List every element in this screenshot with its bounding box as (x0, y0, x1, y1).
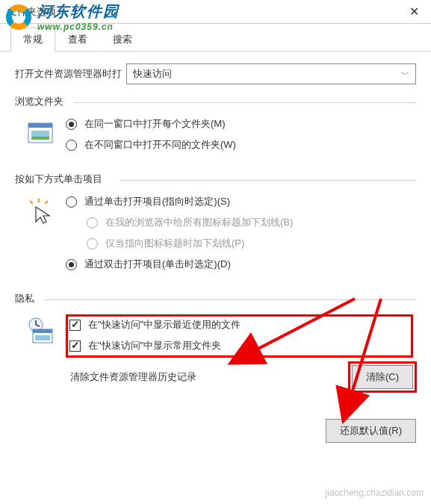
svg-line-4 (30, 201, 33, 204)
restore-defaults-button[interactable]: 还原默认值(R) (326, 419, 416, 443)
group-title: 按如下方式单击项目 (15, 172, 416, 187)
logo-text: 河东软件园 www.pc0359.cn (37, 1, 120, 32)
radio-label: 在同一窗口中打开每个文件夹(M) (84, 117, 226, 131)
checkbox-recent-files[interactable]: 在"快速访问"中显示最近使用的文件 (69, 318, 409, 332)
checkbox-label: 在"快速访问"中显示常用文件夹 (88, 339, 221, 352)
cursor-click-icon (24, 195, 57, 228)
radio-diff-window[interactable]: 在不同窗口中打开不同的文件夹(W) (66, 138, 413, 152)
page-watermark: jiaocheng.chazidian.com (326, 488, 424, 498)
radio-label: 仅当指向图标标题时加下划线(P) (105, 237, 244, 250)
select-value: 快速访问 (133, 67, 172, 81)
browse-folders-group: 浏览文件夹 在同一窗口中打开每个文件夹(M) 在不同窗口中打开不同的文件夹(W) (15, 95, 416, 162)
open-explorer-row: 打开文件资源管理器时打 快速访问 ﹀ (15, 63, 416, 84)
group-title: 隐私 (15, 292, 416, 307)
group-title: 浏览文件夹 (15, 95, 416, 110)
radio-icon (87, 217, 98, 228)
radio-underline-hover: 仅当指向图标标题时加下划线(P) (66, 237, 413, 250)
radio-underline-all: 在我的浏览器中给所有图标标题加下划线(B) (66, 216, 413, 229)
dialog-footer: 还原默认值(R) (0, 410, 431, 458)
checkbox-icon (69, 320, 81, 331)
radio-label: 通过双击打开项目(单击时选定)(D) (84, 258, 231, 271)
clear-history-label: 清除文件资源管理器历史记录 (70, 370, 196, 384)
radio-single-click[interactable]: 通过单击打开项目(指向时选定)(S) (66, 195, 413, 208)
tab-content: 打开文件资源管理器时打 快速访问 ﹀ 浏览文件夹 在同一窗口中打开每个文件夹(M… (0, 52, 431, 410)
click-items-group: 按如下方式单击项目 通过单击打开项目(指向时选定)(S) 在我的浏览器中给所有图… (15, 172, 416, 281)
radio-icon (66, 119, 77, 130)
svg-rect-12 (35, 335, 50, 340)
site-watermark-logo: 河东软件园 www.pc0359.cn (4, 1, 120, 32)
radio-icon (66, 196, 77, 208)
checkbox-frequent-folders[interactable]: 在"快速访问"中显示常用文件夹 (69, 339, 409, 352)
radio-icon (66, 140, 77, 151)
radio-double-click[interactable]: 通过双击打开项目(单击时选定)(D) (66, 258, 413, 271)
svg-rect-3 (31, 137, 49, 140)
logo-icon (4, 3, 33, 31)
radio-label: 在我的浏览器中给所有图标标题加下划线(B) (105, 216, 293, 229)
svg-line-6 (45, 201, 48, 204)
privacy-history-icon (24, 314, 57, 347)
folder-window-icon (24, 117, 57, 150)
checkbox-label: 在"快速访问"中显示最近使用的文件 (88, 318, 241, 332)
open-explorer-label: 打开文件资源管理器时打 (15, 67, 122, 81)
highlight-annotation: 在"快速访问"中显示最近使用的文件 在"快速访问"中显示常用文件夹 (66, 314, 413, 358)
logo-sub: www.pc0359.cn (37, 22, 120, 32)
chevron-down-icon: ﹀ (401, 69, 409, 80)
radio-label: 在不同窗口中打开不同的文件夹(W) (84, 138, 236, 152)
svg-rect-11 (33, 329, 52, 333)
svg-rect-1 (28, 123, 52, 128)
radio-icon (66, 259, 77, 270)
privacy-group: 隐私 在"快速访问"中显示最近使用的文件 在"快速访问"中显示常用文件夹 (15, 292, 416, 392)
radio-icon (87, 238, 98, 249)
close-button[interactable]: ✕ (397, 0, 431, 24)
clear-button[interactable]: 清除(C) (352, 365, 413, 389)
radio-label: 通过单击打开项目(指向时选定)(S) (84, 195, 230, 208)
radio-same-window[interactable]: 在同一窗口中打开每个文件夹(M) (66, 117, 413, 131)
checkbox-icon (69, 340, 81, 352)
close-icon: ✕ (409, 4, 419, 19)
logo-main: 河东软件园 (37, 1, 120, 22)
open-explorer-select[interactable]: 快速访问 ﹀ (126, 63, 416, 84)
